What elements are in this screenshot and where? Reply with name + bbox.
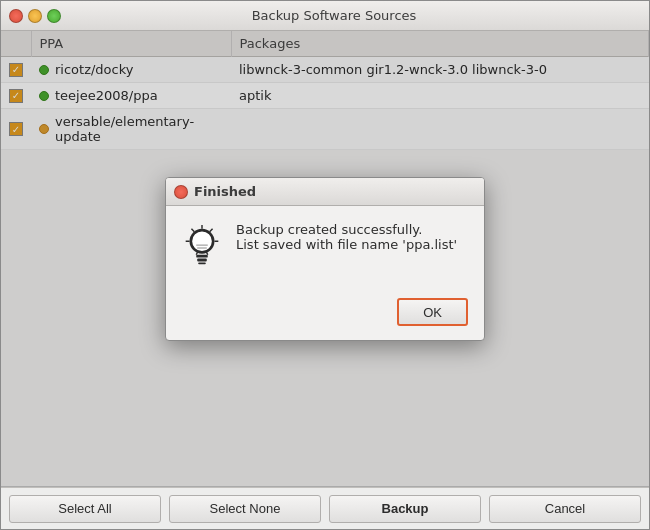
select-none-button[interactable]: Select None bbox=[169, 495, 321, 523]
dialog-message: Backup created successfully. List saved … bbox=[236, 222, 457, 252]
titlebar: Backup Software Sources bbox=[1, 1, 649, 31]
minimize-button[interactable] bbox=[28, 9, 42, 23]
dialog-overlay: Finished bbox=[1, 31, 649, 487]
main-content: PPA Packages ricotz/dockylibwnck-3-commo… bbox=[1, 31, 649, 487]
bottom-bar: Select All Select None Backup Cancel bbox=[1, 487, 649, 529]
svg-rect-4 bbox=[198, 262, 206, 264]
dialog-close-button[interactable] bbox=[174, 185, 188, 199]
finished-dialog: Finished bbox=[165, 177, 485, 341]
ok-button[interactable]: OK bbox=[397, 298, 468, 326]
dialog-message-line1: Backup created successfully. bbox=[236, 222, 457, 237]
svg-rect-2 bbox=[196, 255, 208, 258]
svg-point-1 bbox=[191, 231, 212, 252]
cancel-button[interactable]: Cancel bbox=[489, 495, 641, 523]
dialog-title: Finished bbox=[194, 184, 256, 199]
main-window: Backup Software Sources PPA Packages ric… bbox=[0, 0, 650, 530]
close-button[interactable] bbox=[9, 9, 23, 23]
maximize-button[interactable] bbox=[47, 9, 61, 23]
svg-line-7 bbox=[210, 229, 213, 232]
dialog-titlebar: Finished bbox=[166, 178, 484, 206]
select-all-button[interactable]: Select All bbox=[9, 495, 161, 523]
dialog-footer: OK bbox=[166, 290, 484, 340]
svg-line-5 bbox=[191, 229, 194, 232]
lightbulb-icon bbox=[182, 224, 222, 280]
window-controls bbox=[9, 9, 61, 23]
dialog-message-line2: List saved with file name 'ppa.list' bbox=[236, 237, 457, 252]
svg-rect-3 bbox=[197, 259, 207, 262]
window-title: Backup Software Sources bbox=[67, 8, 601, 23]
backup-button[interactable]: Backup bbox=[329, 495, 481, 523]
dialog-body: Backup created successfully. List saved … bbox=[166, 206, 484, 290]
